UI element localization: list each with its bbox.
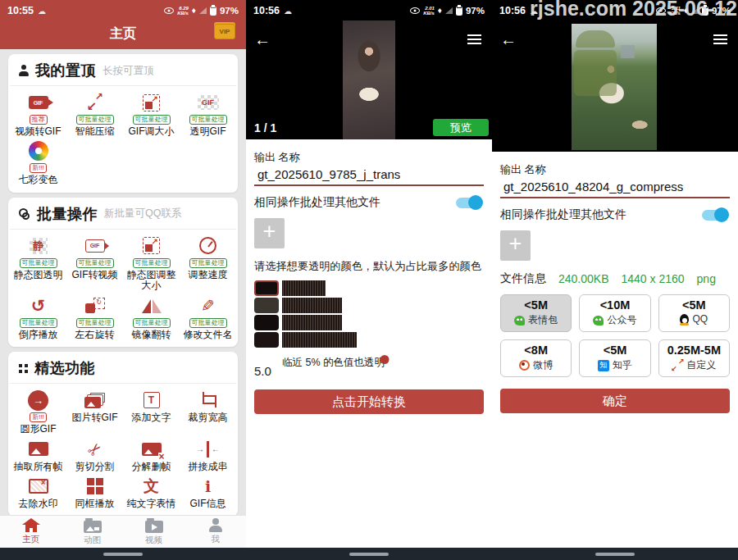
nav-item[interactable]: 主页 <box>0 516 61 548</box>
function-item[interactable]: 图片转GIF <box>66 389 123 435</box>
function-label: 智能压缩 <box>75 126 115 137</box>
nav-item[interactable]: 动图 <box>61 516 123 548</box>
batch-toggle-label: 相同操作批处理其他文件 <box>500 207 626 222</box>
screen-transparent-tool: 10:56 ☁ 2.01 KB/s ♦ 97% ← <box>246 0 492 560</box>
function-icon <box>143 94 160 112</box>
speed-unit: KB/s <box>423 11 435 16</box>
function-icon <box>199 237 216 254</box>
function-label: GIF调大小 <box>129 126 175 137</box>
function-item[interactable]: 可批量处理 镜像翻转 <box>123 295 180 340</box>
color-swatch[interactable] <box>254 298 279 313</box>
function-label: 静态图调整大小 <box>123 270 180 292</box>
function-item[interactable]: 可批量处理 修改文件名 <box>180 295 236 340</box>
status-bar: 10:55 ☁ 6.29 KB/s ♦ 97% <box>0 0 246 21</box>
start-convert-button[interactable]: 点击开始转换 <box>254 389 484 414</box>
function-item[interactable]: 可批量处理 静态图透明 <box>10 235 66 292</box>
color-swatch[interactable] <box>254 315 279 330</box>
add-file-button[interactable]: + <box>254 218 285 248</box>
function-item[interactable]: 同框播放 <box>66 476 123 509</box>
function-icon <box>87 478 94 485</box>
gesture-pill[interactable] <box>595 553 635 556</box>
function-item[interactable]: 推荐 视频转GIF <box>10 92 66 137</box>
file-format: png <box>697 272 716 285</box>
eye-icon <box>164 7 174 14</box>
color-swatch[interactable] <box>254 332 279 348</box>
size-preset-button[interactable]: <10M 公众号 <box>579 294 650 332</box>
function-item[interactable]: 纯文字表情 <box>123 476 180 509</box>
confirm-button[interactable]: 确定 <box>500 389 730 413</box>
clock: 10:56 <box>253 5 280 16</box>
back-arrow-icon[interactable]: ← <box>500 31 517 48</box>
color-row <box>254 332 484 348</box>
page-title: 主页 <box>0 21 246 46</box>
function-item[interactable]: 可批量处理 透明GIF <box>180 92 236 137</box>
function-item[interactable]: 可批量处理 GIF转视频 <box>66 235 123 292</box>
preset-size: <8M <box>524 344 548 357</box>
color-swatch[interactable] <box>254 280 279 296</box>
function-icon <box>141 298 162 313</box>
function-item[interactable]: 可批量处理 调整速度 <box>180 235 236 292</box>
preview-button[interactable]: 预览 <box>433 119 489 136</box>
batch-toggle[interactable] <box>702 210 727 221</box>
function-badge: 可批量处理 <box>20 258 57 268</box>
size-preset-button[interactable]: 0.25M-5M 自定义 <box>658 339 730 377</box>
size-preset-button[interactable]: <5M 知乎 <box>579 339 650 377</box>
preset-platform-icon <box>519 360 530 371</box>
output-name-input[interactable]: gt_2025610_9785_j_trans <box>254 165 484 186</box>
section-subtitle: 长按可置顶 <box>102 64 154 78</box>
gesture-pill[interactable] <box>103 553 143 556</box>
function-item[interactable]: 可批量处理 智能压缩 <box>66 92 123 137</box>
function-icon <box>85 239 105 253</box>
photo-thumbnail[interactable] <box>343 20 395 139</box>
output-name-input[interactable]: gt_2025610_48204_g_compress <box>500 177 730 198</box>
function-item[interactable]: 去除水印 <box>10 476 66 509</box>
preset-name: 微博 <box>533 358 553 372</box>
gesture-bar <box>492 548 738 560</box>
function-icon <box>28 390 48 411</box>
preview-area: ← 1 / 1 预览 <box>246 20 492 139</box>
gesture-bar <box>246 548 492 560</box>
size-preset-button[interactable]: <5M QQ <box>658 294 730 332</box>
vip-badge[interactable]: VIP <box>214 24 235 39</box>
function-item[interactable]: 可批量处理 左右旋转 <box>66 295 123 340</box>
nav-item[interactable]: 我 <box>184 516 246 548</box>
function-item[interactable]: 可批量处理 静态图调整大小 <box>123 235 180 292</box>
slider-thumb[interactable] <box>380 355 390 364</box>
size-preset-button[interactable]: <8M 微博 <box>500 339 572 377</box>
screen-compress-tool: rjshe.com 2025-06-12 10:56 ☁ 1.11 KB/s ♦… <box>492 0 738 560</box>
nav-item[interactable]: 视频 <box>123 516 184 548</box>
function-icon <box>144 478 159 494</box>
function-item[interactable]: 添加文字 <box>123 389 180 435</box>
back-arrow-icon[interactable]: ← <box>254 31 271 48</box>
function-label: 静态图透明 <box>14 270 63 280</box>
color-row <box>254 315 484 330</box>
add-file-button[interactable]: + <box>500 230 531 261</box>
nav-label: 动图 <box>84 535 101 546</box>
function-item[interactable]: 可批量处理 倒序播放 <box>10 295 66 340</box>
grid-dots-icon <box>19 364 28 373</box>
preset-platform-icon <box>598 360 609 371</box>
cloud-icon: ☁ <box>38 7 46 16</box>
function-item[interactable]: GIF信息 <box>180 476 236 509</box>
function-item[interactable]: 新!!! 七彩变色 <box>10 140 66 185</box>
function-item[interactable]: 剪切分割 <box>66 439 123 472</box>
function-item[interactable]: 可批量处理 GIF调大小 <box>123 92 180 137</box>
function-item[interactable]: 抽取所有帧 <box>10 439 66 472</box>
menu-icon[interactable] <box>713 34 727 44</box>
nav-icon <box>23 518 39 532</box>
gesture-pill[interactable] <box>349 553 389 556</box>
batch-toggle[interactable] <box>456 198 481 208</box>
color-proportion-bar <box>282 332 357 348</box>
function-item[interactable]: 新!!! 圆形GIF <box>10 389 66 435</box>
color-proportion-bar <box>282 298 342 313</box>
color-hint-text: 请选择想要透明的颜色，默认为占比最多的颜色 <box>254 259 484 274</box>
function-badge: 新!!! <box>30 163 47 173</box>
function-item[interactable]: 拼接成串 <box>180 439 236 472</box>
function-item[interactable]: 裁剪宽高 <box>180 389 236 435</box>
size-preset-button[interactable]: <5M 表情包 <box>500 294 572 332</box>
menu-icon[interactable] <box>467 34 481 44</box>
function-icon <box>88 441 102 458</box>
section-title: 精选功能 <box>34 358 95 378</box>
preset-platform-icon <box>672 361 683 371</box>
function-item[interactable]: 分解删帧 <box>123 439 180 472</box>
